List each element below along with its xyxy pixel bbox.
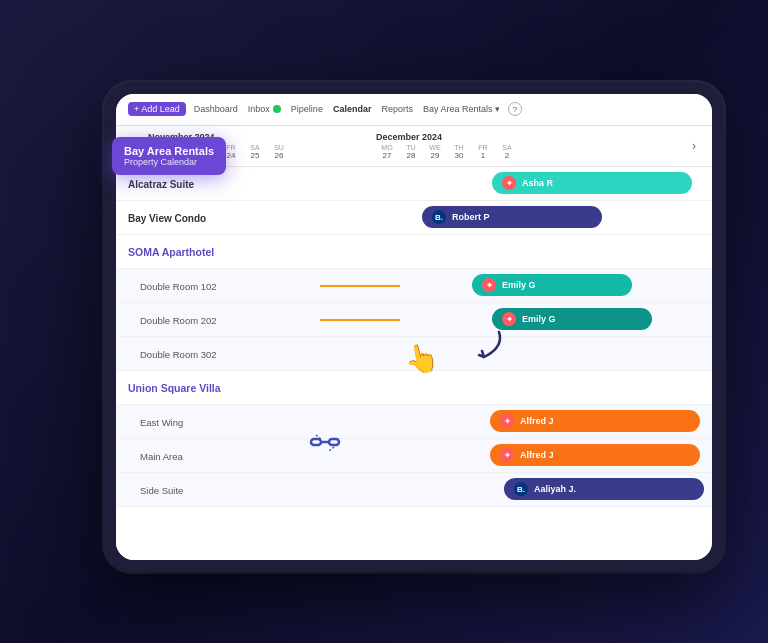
property-name-eastwing: East Wing <box>140 417 183 428</box>
svg-rect-0 <box>311 439 321 445</box>
property-row-mainarea: Main Area ✦ Alfred J <box>116 439 712 473</box>
property-name-mainarea: Main Area <box>140 451 183 462</box>
nav-reports[interactable]: Reports <box>381 104 413 114</box>
badge-card: Bay Area Rentals Property Calendar <box>112 137 226 175</box>
badge-subtitle: Property Calendar <box>124 157 214 167</box>
property-name-unionsquare: Union Square Villa <box>128 382 221 394</box>
day-cell: TH 30 <box>448 144 470 160</box>
svg-line-4 <box>329 447 334 451</box>
add-lead-button[interactable]: + Add Lead <box>128 102 186 116</box>
guest-name-emily202: Emily G <box>522 314 556 324</box>
day-cell: SA 2 <box>496 144 518 160</box>
guest-name-emily102: Emily G <box>502 280 536 290</box>
booking-icon: B. <box>432 210 446 224</box>
december-days: MO 27 TU 28 WE 29 TH 30 <box>376 144 576 160</box>
december-section: December 2024 MO 27 TU 28 WE 29 <box>376 132 576 160</box>
day-cell: TU 28 <box>400 144 422 160</box>
link-chain-icon <box>309 427 341 464</box>
day-cell: WE 29 <box>424 144 446 160</box>
airbnb-icon-alfred1: ✦ <box>500 414 514 428</box>
day-cell: FR 1 <box>472 144 494 160</box>
booking-bar-emily-102[interactable]: ✦ Emily G <box>472 274 632 296</box>
help-icon[interactable]: ? <box>508 102 522 116</box>
nav-inbox[interactable]: Inbox <box>248 104 281 114</box>
december-label: December 2024 <box>376 132 576 142</box>
guest-name-alfred1: Alfred J <box>520 416 554 426</box>
property-row-double202: Double Room 202 ✦ Emily G <box>116 303 712 337</box>
nav-pipeline[interactable]: Pipeline <box>291 104 323 114</box>
nav-bay-area[interactable]: Bay Area Rentals ▾ <box>423 104 500 114</box>
day-cell: SU 26 <box>268 144 290 160</box>
svg-rect-1 <box>329 439 339 445</box>
property-row-sidesuite: Side Suite B. Aaliyah J. <box>116 473 712 507</box>
cursor-icon: 👆 <box>401 339 441 378</box>
airbnb-icon-emily202: ✦ <box>502 312 516 326</box>
guest-name-aaliyah: Aaliyah J. <box>534 484 576 494</box>
property-name-alcatraz: Alcatraz Suite <box>128 179 194 190</box>
guest-name-asha: Asha R <box>522 178 553 188</box>
booking-bar-alfred-eastwing[interactable]: ✦ Alfred J <box>490 410 700 432</box>
booking-icon-aaliyah: B. <box>514 482 528 496</box>
scene: + Add Lead Dashboard Inbox Pipeline Cale… <box>44 42 724 602</box>
nav-items: Dashboard Inbox Pipeline Calendar Report… <box>194 104 500 114</box>
day-cell: SA 25 <box>244 144 266 160</box>
property-row-double102: Double Room 102 ✦ Emily G <box>116 269 712 303</box>
guest-name-alfred2: Alfred J <box>520 450 554 460</box>
booking-bar-emily-202[interactable]: ✦ Emily G <box>492 308 652 330</box>
booking-bar-robert[interactable]: B. Robert P <box>422 206 602 228</box>
arrow-annotation <box>464 327 504 366</box>
property-row-bayview: Bay View Condo B. Robert P <box>116 201 712 235</box>
airbnb-icon-alfred2: ✦ <box>500 448 514 462</box>
property-group-soma: SOMA Aparthotel <box>116 235 712 269</box>
property-name-double302: Double Room 302 <box>140 349 217 360</box>
inbox-status-dot <box>273 105 281 113</box>
guest-name-robert: Robert P <box>452 212 490 222</box>
booking-bar-aaliyah[interactable]: B. Aaliyah J. <box>504 478 704 500</box>
airbnb-icon-emily102: ✦ <box>482 278 496 292</box>
airbnb-icon: ✦ <box>502 176 516 190</box>
nav-dashboard[interactable]: Dashboard <box>194 104 238 114</box>
property-row-eastwing: East Wing ✦ Alfred J <box>116 405 712 439</box>
booking-bar-alfred-mainarea[interactable]: ✦ Alfred J <box>490 444 700 466</box>
top-navigation: + Add Lead Dashboard Inbox Pipeline Cale… <box>116 94 712 126</box>
property-name-soma: SOMA Aparthotel <box>128 246 214 258</box>
property-name-sidesuite: Side Suite <box>140 485 183 496</box>
booking-bar-asha[interactable]: ✦ Asha R <box>492 172 692 194</box>
day-cell: MO 27 <box>376 144 398 160</box>
nav-calendar[interactable]: Calendar <box>333 104 372 114</box>
property-name-double102: Double Room 102 <box>140 281 217 292</box>
next-month-button[interactable]: › <box>688 139 700 153</box>
badge-title: Bay Area Rentals <box>124 145 214 157</box>
property-name-bayview: Bay View Condo <box>128 213 206 224</box>
property-name-double202: Double Room 202 <box>140 315 217 326</box>
